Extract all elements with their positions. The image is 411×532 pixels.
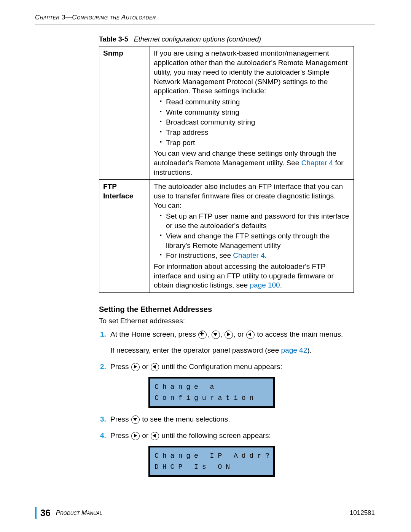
- lcd-line: Change IP Addr?: [155, 451, 269, 462]
- header-rule: [35, 24, 375, 24]
- lcd-screen: Change IP Addr? DHCP Is ON: [148, 446, 275, 477]
- step-text: ,: [220, 330, 225, 338]
- bullet-list: Set up an FTP user name and password for…: [154, 212, 350, 260]
- step-text: At the Home screen, press: [110, 330, 198, 338]
- page-number: 36: [40, 507, 51, 519]
- lcd-line: DHCP Is ON: [155, 462, 269, 473]
- chapter-link[interactable]: Chapter 4: [301, 159, 333, 167]
- step-item: Press or until the Configuration menu ap…: [108, 362, 359, 408]
- table-row: Snmp If you are using a network-based mo…: [99, 46, 354, 180]
- left-arrow-icon: [246, 331, 255, 339]
- steps-list: At the Home screen, press , , , or to ac…: [99, 330, 359, 477]
- step-text: until the Configuration menu appears:: [162, 363, 282, 371]
- step-item: Press to see the menu selections.: [108, 415, 359, 424]
- table-caption-text: Ethernet configuration options (continue…: [134, 35, 261, 43]
- config-table: Snmp If you are using a network-based mo…: [99, 46, 354, 293]
- footer-manual: Product Manual: [56, 509, 350, 517]
- lcd-line: Configuration: [155, 393, 269, 404]
- bullet-item: Write community string: [161, 108, 350, 117]
- step-text: , or: [233, 330, 246, 338]
- outro-text: .: [280, 281, 282, 289]
- outro-text: For information about accessing the auto…: [154, 262, 334, 289]
- table-caption-label: Table 3-5: [99, 35, 128, 43]
- section-intro: To set Ethernet addresses:: [99, 316, 354, 326]
- step-text: until the following screen appears:: [162, 431, 271, 439]
- step-text: Press: [110, 415, 131, 423]
- left-arrow-icon: [151, 363, 159, 371]
- step-note: If necessary, enter the operator panel p…: [110, 346, 281, 354]
- table-caption: Table 3-5 Ethernet configuration options…: [99, 35, 375, 44]
- section-heading: Setting the Ethernet Addresses: [99, 304, 375, 314]
- table-row: FTP Interface The autoloader also includ…: [99, 180, 354, 293]
- left-arrow-icon: [151, 432, 159, 440]
- page-footer: 36 Product Manual 1012581: [35, 507, 375, 519]
- bullet-list: Read community string Write community st…: [154, 97, 350, 147]
- row-content: If you are using a network-based monitor…: [150, 46, 354, 180]
- plus-icon: [198, 331, 207, 339]
- row-outro: You can view and change these settings o…: [154, 149, 350, 177]
- page-link[interactable]: page 100: [250, 281, 280, 289]
- step-text: or: [142, 363, 150, 371]
- row-content: The autoloader also includes an FTP inte…: [150, 180, 354, 293]
- bullet-item: Trap port: [161, 138, 350, 148]
- right-arrow-icon: [131, 363, 140, 371]
- bullet-item: Read community string: [161, 97, 350, 107]
- step-text: ,: [207, 330, 211, 338]
- page-link[interactable]: page 42: [281, 346, 307, 354]
- lcd-screen: Change a Configuration: [148, 377, 275, 408]
- chapter-header: Chapter 3—Configuring the Autoloader: [35, 13, 375, 23]
- step-item: Press or until the following screen appe…: [108, 431, 359, 477]
- bullet-text: .: [265, 251, 267, 259]
- bullet-item: Set up an FTP user name and password for…: [161, 212, 350, 230]
- bullet-text: For instructions, see: [166, 251, 233, 259]
- step-text: to see the menu selections.: [142, 415, 230, 423]
- step-text: to access the main menus.: [257, 330, 343, 338]
- bullet-item: View and change the FTP settings only th…: [161, 232, 350, 250]
- chapter-link[interactable]: Chapter 4: [233, 251, 264, 259]
- right-arrow-icon: [131, 432, 140, 440]
- step-item: At the Home screen, press , , , or to ac…: [108, 330, 359, 355]
- down-arrow-icon: [131, 415, 140, 424]
- row-intro: The autoloader also includes an FTP inte…: [154, 182, 350, 210]
- right-arrow-icon: [225, 331, 233, 339]
- bullet-item: For instructions, see Chapter 4.: [161, 251, 350, 260]
- step-text: Press: [110, 431, 131, 439]
- bullet-item: Broadcast community string: [161, 118, 350, 127]
- row-outro: For information about accessing the auto…: [154, 262, 350, 290]
- footer-docnum: 1012581: [350, 509, 375, 517]
- row-intro: If you are using a network-based monitor…: [154, 49, 350, 96]
- down-arrow-icon: [212, 331, 220, 339]
- step-text: or: [142, 431, 150, 439]
- row-label: FTP Interface: [99, 180, 150, 293]
- step-text: Press: [110, 363, 131, 371]
- row-label: Snmp: [99, 46, 150, 180]
- lcd-line: Change a: [155, 382, 269, 393]
- bullet-item: Trap address: [161, 128, 350, 137]
- step-note: ).: [307, 346, 312, 354]
